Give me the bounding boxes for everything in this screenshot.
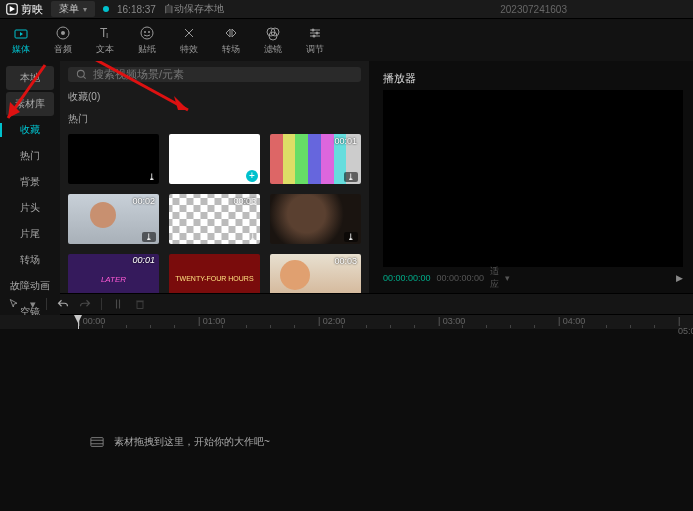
- effect-icon: [181, 25, 197, 41]
- text-icon: TI: [97, 25, 113, 41]
- favorites-label: 收藏(0): [68, 90, 361, 104]
- transition-icon: [223, 25, 239, 41]
- download-icon[interactable]: ⤓: [350, 292, 358, 293]
- svg-point-7: [141, 27, 153, 39]
- audio-icon: [55, 25, 71, 41]
- delete-icon[interactable]: [134, 298, 146, 310]
- search-input[interactable]: 搜索视频场景/元素: [68, 67, 361, 82]
- hot-label: 热门: [68, 112, 361, 126]
- svg-point-8: [144, 31, 146, 33]
- tab-transition[interactable]: 转场: [210, 19, 252, 61]
- search-icon: [76, 69, 87, 80]
- favorite-icon[interactable]: ☆: [233, 171, 242, 182]
- download-icon[interactable]: ⤓: [142, 232, 156, 242]
- sidebar-item-3[interactable]: 热门: [6, 144, 54, 168]
- svg-point-9: [148, 31, 150, 33]
- tab-media[interactable]: 媒体: [0, 19, 42, 61]
- svg-point-17: [316, 31, 319, 34]
- sidebar-item-0[interactable]: 本地: [6, 66, 54, 90]
- svg-marker-2: [20, 32, 23, 36]
- tab-text[interactable]: TI文本: [84, 19, 126, 61]
- add-icon[interactable]: +: [246, 170, 258, 182]
- media-icon: [13, 25, 29, 41]
- duration-label: 00:02: [132, 196, 155, 206]
- duration-label: 00:01: [334, 136, 357, 146]
- sticker-icon: [139, 25, 155, 41]
- app-logo: 剪映: [6, 2, 43, 17]
- time-current: 00:00:00:00: [383, 273, 431, 283]
- tab-adjust[interactable]: 调节: [294, 19, 336, 61]
- tab-audio[interactable]: 音频: [42, 19, 84, 61]
- svg-point-16: [312, 28, 315, 31]
- asset-thumb-0[interactable]: ⤓: [68, 134, 159, 184]
- autosave-label: 自动保存本地: [164, 2, 224, 16]
- main-menu[interactable]: 菜单: [51, 1, 95, 17]
- clip-icon: [90, 435, 104, 449]
- project-name: 202307241603: [500, 4, 567, 15]
- duration-label: 00:03: [334, 256, 357, 266]
- split-icon[interactable]: [112, 298, 124, 310]
- play-button[interactable]: ▶: [676, 273, 683, 283]
- time-total: 00:00:00:00: [436, 273, 484, 283]
- duration-label: 00:06: [233, 196, 256, 206]
- asset-thumb-8[interactable]: 00:03⤓: [270, 254, 361, 293]
- download-icon[interactable]: ⤓: [344, 232, 358, 242]
- sidebar-item-1[interactable]: 素材库: [6, 92, 54, 116]
- autosave-indicator: [103, 6, 109, 12]
- autosave-time: 16:18:37: [117, 4, 156, 15]
- search-placeholder: 搜索视频场景/元素: [93, 67, 184, 82]
- sidebar-item-8[interactable]: 故障动画: [6, 274, 54, 298]
- svg-rect-27: [137, 302, 143, 309]
- download-icon[interactable]: ⤓: [148, 172, 156, 182]
- timeline-drop-hint: 素材拖拽到这里，开始你的大作吧~: [90, 435, 270, 449]
- adjust-icon: [307, 25, 323, 41]
- duration-label: 00:01: [132, 256, 155, 265]
- svg-point-4: [61, 31, 65, 35]
- preview-viewport[interactable]: [383, 90, 683, 267]
- svg-point-18: [313, 34, 316, 37]
- svg-line-20: [84, 77, 86, 79]
- select-tool-icon[interactable]: [8, 298, 20, 310]
- tab-sticker[interactable]: 贴纸: [126, 19, 168, 61]
- download-icon[interactable]: ⤓: [249, 232, 257, 242]
- preview-title: 播放器: [383, 67, 683, 90]
- filter-icon: [265, 25, 281, 41]
- redo-icon[interactable]: [79, 298, 91, 310]
- asset-thumb-3[interactable]: 00:02⤓: [68, 194, 159, 244]
- playhead[interactable]: [78, 315, 79, 329]
- asset-thumb-4[interactable]: 00:06⤓: [169, 194, 260, 244]
- asset-thumb-6[interactable]: LATER00:01⤓: [68, 254, 159, 293]
- sidebar-item-5[interactable]: 片头: [6, 196, 54, 220]
- sidebar-item-4[interactable]: 背景: [6, 170, 54, 194]
- tab-filter[interactable]: 滤镜: [252, 19, 294, 61]
- asset-thumb-7[interactable]: TWENTY-FOUR HOURS⤓: [169, 254, 260, 293]
- svg-point-19: [77, 70, 84, 77]
- undo-icon[interactable]: [57, 298, 69, 310]
- svg-rect-29: [91, 438, 103, 447]
- asset-thumb-1[interactable]: ☆+: [169, 134, 260, 184]
- download-icon[interactable]: ⤓: [344, 172, 358, 182]
- ruler-label: | 05:00: [678, 316, 693, 336]
- sidebar-item-2[interactable]: 收藏: [6, 118, 54, 142]
- asset-thumb-5[interactable]: ⤓: [270, 194, 361, 244]
- asset-thumb-2[interactable]: 00:01⤓: [270, 134, 361, 184]
- svg-text:I: I: [106, 31, 108, 40]
- tab-effect[interactable]: 特效: [168, 19, 210, 61]
- fit-mode[interactable]: 适应: [490, 265, 499, 291]
- sidebar-item-7[interactable]: 转场: [6, 248, 54, 272]
- sidebar-item-6[interactable]: 片尾: [6, 222, 54, 246]
